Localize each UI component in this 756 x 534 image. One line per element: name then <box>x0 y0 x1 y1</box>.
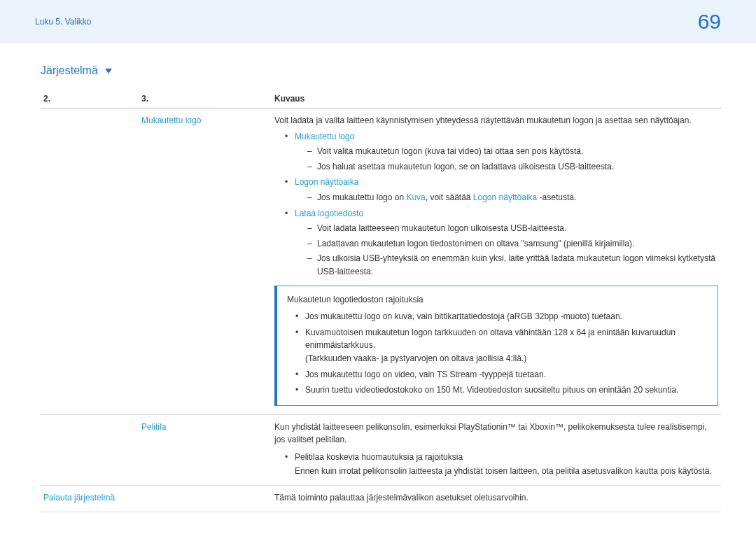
list-item: Ladattavan mukautetun logon tiedostonime… <box>307 237 718 251</box>
section-title-text: Järjestelmä <box>41 64 98 77</box>
settings-table: 2. 3. Kuvaus Mukautettu logo Voit ladata… <box>41 90 721 512</box>
list-item: Jos ulkoisia USB-yhteyksiä on enemmän ku… <box>307 252 718 278</box>
group-title: Lataa logotiedosto <box>295 209 363 218</box>
setting-label-palauta: Palauta järjestelmä <box>43 493 115 503</box>
table-row: Mukautettu logo Voit ladata ja valita la… <box>41 108 721 415</box>
list-item: Lataa logotiedosto Voit ladata laitteese… <box>285 207 718 279</box>
setting-label-mukautettu-logo: Mukautettu logo <box>141 115 201 125</box>
list-item: Voit ladata laitteeseen mukautetun logon… <box>307 222 718 235</box>
list-item: Suurin tuettu videotiedostokoko on 150 M… <box>295 384 708 397</box>
list-note: Ennen kuin irrotat pelikonsolin laittees… <box>274 465 718 478</box>
info-box: Mukautetun logotiedoston rajoituksia Jos… <box>274 286 718 406</box>
list-item: Mukautettu logo Voit valita mukautetun l… <box>285 130 718 174</box>
chevron-down-icon <box>105 69 112 73</box>
section-title: Järjestelmä <box>41 64 721 77</box>
page-header: Luku 5. Valikko 69 <box>0 0 756 43</box>
description-intro: Voit ladata ja valita laitteen käynnisty… <box>274 114 718 127</box>
group-title: Mukautettu logo <box>295 132 354 141</box>
list-item: Pelitilaa koskevia huomautuksia ja rajoi… <box>285 451 718 464</box>
page-content: Järjestelmä 2. 3. Kuvaus Mukautettu logo… <box>0 43 756 512</box>
table-row: Palauta järjestelmä Tämä toiminto palaut… <box>41 486 721 512</box>
page-number: 69 <box>698 10 721 34</box>
table-row: Pelitila Kun yhdistät laitteeseen peliko… <box>41 414 721 485</box>
list-item: Voit valita mukautetun logon (kuva tai v… <box>307 145 718 158</box>
list-item: Logon näyttöaika Jos mukautettu logo on … <box>285 176 718 204</box>
breadcrumb: Luku 5. Valikko <box>35 17 92 27</box>
list-item: Jos mukautettu logo on Kuva, voit säätää… <box>307 191 718 204</box>
setting-label-pelitila: Pelitila <box>141 422 166 432</box>
list-item: Jos mukautettu logo on kuva, vain bittik… <box>295 310 708 323</box>
description-intro: Tämä toiminto palauttaa järjestelmävalik… <box>274 491 718 505</box>
column-header-2: 2. <box>41 90 139 108</box>
info-box-title: Mukautetun logotiedoston rajoituksia <box>287 293 708 307</box>
list-item: Jos haluat asettaa mukautetun logon, se … <box>307 160 718 174</box>
description-intro: Kun yhdistät laitteeseen pelikonsolin, e… <box>274 421 718 447</box>
list-item: Jos mukautettu logo on video, vain TS St… <box>295 368 708 381</box>
list-item: Kuvamuotoisen mukautetun logon tarkkuude… <box>295 326 708 365</box>
column-header-3: 3. <box>139 90 272 108</box>
column-header-kuvaus: Kuvaus <box>272 90 721 108</box>
group-title: Logon näyttöaika <box>295 177 358 187</box>
